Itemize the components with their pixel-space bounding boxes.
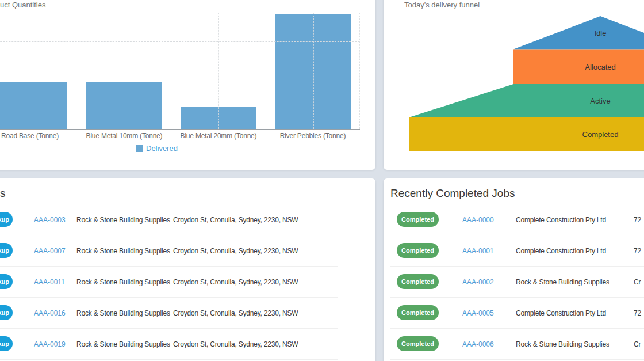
job-ref-link[interactable]: AAA-0005: [462, 298, 494, 328]
x-axis-labels: Road Base (Tonne) Blue Metal 10mm (Tonne…: [0, 132, 359, 141]
customer-name: Rock & Stone Building Supplies: [76, 329, 170, 359]
customer-name: Rock & Stone Building Supplies: [516, 267, 610, 297]
job-address: Croydon St, Cronulla, Sydney, 2230, NSW: [173, 267, 298, 297]
job-address: Croydon St, Cronulla, Sydney, 2230, NSW: [173, 329, 298, 359]
x-tick-blue-metal-10mm: Blue Metal 10mm (Tonne): [75, 132, 173, 140]
table-row: kup AAA-0019 Rock & Stone Building Suppl…: [0, 329, 338, 360]
gridline-v: [218, 13, 219, 129]
legend-swatch-icon: [136, 145, 143, 152]
gridline-v: [359, 13, 360, 129]
job-ref-link[interactable]: AAA-0006: [462, 329, 494, 359]
pickups-card-title-fragment: s: [0, 187, 6, 200]
customer-name: Complete Construction Pty Ltd: [516, 235, 606, 266]
job-address: Croydon St, Cronulla, Sydney, 2230, NSW: [173, 298, 298, 328]
job-address-fragment: Cr: [634, 267, 641, 297]
table-row: kup AAA-0016 Rock & Stone Building Suppl…: [0, 298, 338, 329]
job-address-fragment: Cr: [634, 329, 641, 359]
customer-name: Complete Construction Pty Ltd: [516, 204, 606, 235]
job-ref-link[interactable]: AAA-0007: [34, 235, 66, 266]
gridline-v: [124, 13, 124, 129]
gridline-v: [313, 13, 314, 129]
bar-river-pebbles: [275, 14, 351, 129]
gridline-h: [0, 71, 359, 71]
delivery-funnel-card: Today's delivery funnel Idle Allocated A…: [384, 0, 644, 170]
gridline-v: [29, 13, 29, 129]
job-address-fragment: 72: [634, 204, 641, 235]
pickup-status-badge: kup: [0, 336, 13, 351]
pickup-status-badge: kup: [0, 274, 13, 289]
x-axis-line: [0, 129, 360, 130]
job-address-fragment: 72: [634, 298, 641, 328]
customer-name: Rock & Stone Building Supplies: [516, 329, 610, 359]
job-ref-link[interactable]: AAA-0019: [34, 329, 66, 359]
customer-name: Rock & Stone Building Supplies: [76, 235, 170, 266]
dashboard-page: uct Quantities Road Base (Tonne) Blue Me…: [0, 0, 644, 361]
job-ref-link[interactable]: AAA-0011: [34, 267, 65, 297]
funnel-label-completed: Completed: [582, 130, 619, 139]
job-ref-link[interactable]: AAA-0001: [462, 235, 494, 266]
job-ref-link[interactable]: AAA-0002: [462, 267, 494, 297]
bar-road-base: [0, 82, 67, 129]
gridline-h: [0, 100, 359, 100]
job-ref-link[interactable]: AAA-0003: [34, 204, 66, 235]
customer-name: Rock & Stone Building Supplies: [76, 204, 170, 235]
completed-status-badge: Completed: [397, 305, 439, 320]
pickup-status-badge: kup: [0, 305, 13, 320]
x-tick-road-base: Road Base (Tonne): [0, 132, 79, 140]
job-address-fragment: 72: [634, 235, 641, 266]
product-quantities-card: uct Quantities Road Base (Tonne) Blue Me…: [0, 0, 375, 170]
legend-delivered[interactable]: Delivered: [136, 144, 178, 153]
pickups-table: kup AAA-0003 Rock & Stone Building Suppl…: [0, 204, 338, 360]
gridline-h: [0, 41, 359, 42]
job-address: Croydon St, Cronulla, Sydney, 2230, NSW: [173, 235, 298, 266]
table-row: kup AAA-0003 Rock & Stone Building Suppl…: [0, 204, 338, 235]
table-row: kup AAA-0011 Rock & Stone Building Suppl…: [0, 267, 338, 298]
funnel-label-idle: Idle: [595, 29, 607, 37]
pickups-card: s kup AAA-0003 Rock & Stone Building Sup…: [0, 178, 375, 361]
recently-completed-jobs-card: Recently Completed Jobs Completed AAA-00…: [384, 178, 644, 361]
funnel-chart: Idle Allocated Active Completed: [384, 0, 644, 170]
product-quantities-title: uct Quantities: [0, 1, 46, 9]
funnel-segment-allocated: [513, 50, 644, 85]
table-row: Completed AAA-0001 Complete Construction…: [390, 235, 644, 267]
pickup-status-badge: kup: [0, 212, 13, 227]
completed-status-badge: Completed: [397, 212, 439, 227]
table-row: kup AAA-0007 Rock & Stone Building Suppl…: [0, 235, 338, 267]
legend-label: Delivered: [146, 144, 178, 153]
pickup-status-badge: kup: [0, 243, 13, 258]
recently-completed-jobs-title: Recently Completed Jobs: [390, 187, 515, 200]
completed-status-badge: Completed: [397, 243, 439, 258]
table-row: Completed AAA-0000 Complete Construction…: [390, 204, 644, 235]
completed-status-badge: Completed: [397, 274, 439, 289]
funnel-segment-idle: [513, 16, 644, 50]
table-row: Completed AAA-0006 Rock & Stone Building…: [390, 329, 644, 360]
completed-status-badge: Completed: [397, 336, 439, 351]
job-ref-link[interactable]: AAA-0016: [34, 298, 66, 328]
customer-name: Rock & Stone Building Supplies: [76, 298, 170, 328]
customer-name: Rock & Stone Building Supplies: [76, 267, 170, 297]
funnel-label-allocated: Allocated: [585, 63, 615, 71]
completed-jobs-table: Completed AAA-0000 Complete Construction…: [390, 204, 644, 360]
job-ref-link[interactable]: AAA-0000: [462, 204, 494, 235]
table-row: Completed AAA-0005 Complete Construction…: [390, 298, 644, 329]
x-tick-blue-metal-20mm: Blue Metal 20mm (Tonne): [170, 132, 267, 140]
job-address: Croydon St, Cronulla, Sydney, 2230, NSW: [173, 204, 298, 235]
funnel-label-active: Active: [590, 97, 610, 105]
customer-name: Complete Construction Pty Ltd: [516, 298, 606, 328]
gridline-h: [0, 13, 359, 13]
x-tick-river-pebbles: River Pebbles (Tonne): [264, 132, 362, 140]
table-row: Completed AAA-0002 Rock & Stone Building…: [390, 267, 644, 298]
